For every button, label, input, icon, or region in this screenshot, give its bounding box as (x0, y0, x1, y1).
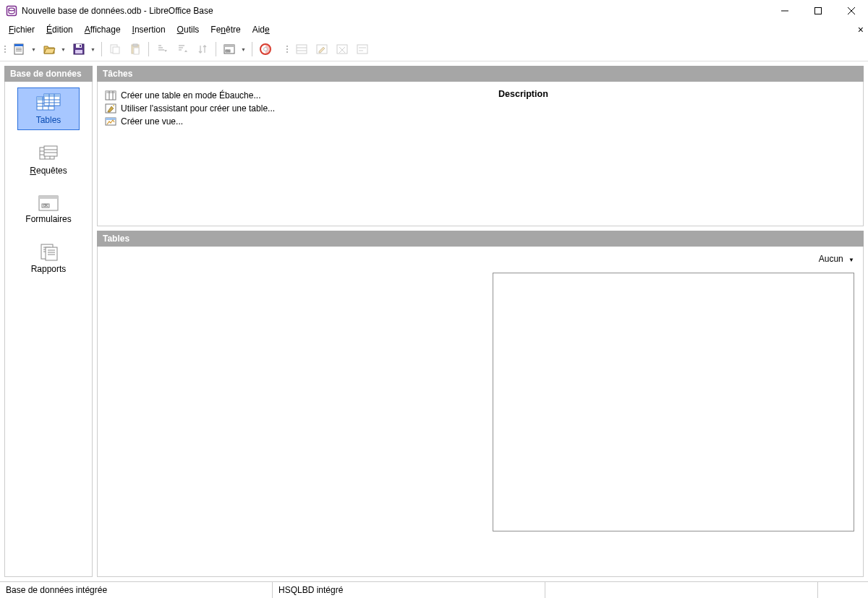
toolbar-grip-icon (4, 42, 7, 56)
task-label: Créer une table en mode Ébauche... (121, 90, 260, 101)
dropdown-arrow-icon: ▼ (31, 47, 36, 52)
svg-point-73 (113, 105, 114, 106)
dropdown-arrow-icon: ▼ (61, 47, 66, 52)
svg-rect-26 (297, 45, 307, 54)
menu-help[interactable]: Aide (247, 23, 276, 36)
svg-rect-3 (815, 8, 822, 14)
sidebar-item-forms[interactable]: OK Formulaires (18, 190, 79, 228)
svg-text:OK: OK (43, 204, 48, 208)
menu-bar: FichierÉditionAffichageInsertionOutilsFe… (0, 22, 868, 38)
queries-icon (37, 145, 60, 163)
svg-rect-7 (14, 44, 23, 46)
svg-rect-64 (46, 247, 57, 260)
menu-edit[interactable]: Édition (41, 23, 79, 36)
svg-rect-33 (357, 45, 367, 54)
task-create-table-wizard[interactable]: Utiliser l'assistant pour créer une tabl… (105, 102, 481, 115)
svg-rect-9 (16, 49, 22, 50)
svg-rect-14 (75, 50, 82, 54)
sidebar-item-tables[interactable]: Tables (17, 87, 80, 130)
view-icon (105, 116, 116, 127)
description-header: Description (498, 89, 853, 99)
svg-text:OK: OK (226, 49, 230, 53)
sidebar-item-label: Tables (36, 115, 61, 125)
status-bar: Base de données intégrée HSQLBD intégré (0, 581, 868, 598)
app-icon (6, 5, 17, 17)
rename-button[interactable] (353, 40, 372, 59)
svg-rect-21 (224, 45, 234, 47)
sidebar-item-reports[interactable]: Rapports (18, 239, 79, 278)
edit-button[interactable] (312, 40, 331, 59)
svg-rect-57 (39, 196, 58, 199)
status-empty (545, 582, 818, 598)
paste-button[interactable] (126, 40, 145, 59)
dropdown-arrow-icon: ▼ (848, 257, 854, 263)
dropdown-arrow-icon: ▼ (90, 47, 95, 52)
tables-panel: Tables Aucun ▼ (97, 231, 864, 577)
preview-area (493, 273, 854, 531)
task-label: Utiliser l'assistant pour créer une tabl… (121, 103, 275, 114)
sidebar-header: Base de données (4, 66, 93, 82)
svg-rect-35 (359, 50, 363, 51)
svg-rect-34 (359, 47, 366, 48)
menu-insert[interactable]: Insertion (127, 23, 171, 36)
task-label: Créer une vue... (121, 116, 183, 127)
new-table-button[interactable] (292, 40, 311, 59)
wizard-icon (105, 103, 116, 114)
svg-rect-30 (337, 45, 347, 54)
open-button[interactable]: ▼ (40, 40, 68, 59)
new-button[interactable]: ▼ (10, 40, 38, 59)
svg-rect-16 (113, 47, 119, 54)
tasks-header: Tâches (97, 66, 864, 82)
sidebar-item-label: Formulaires (25, 214, 71, 224)
menu-file[interactable]: Fichier (3, 23, 41, 36)
table-design-icon (105, 90, 116, 101)
sidebar-item-label: Requêtes (30, 166, 67, 176)
svg-rect-13 (80, 45, 81, 47)
delete-button[interactable] (333, 40, 352, 59)
window-close-button[interactable] (835, 0, 868, 22)
toolbar-grip-icon (286, 42, 289, 56)
sort-asc-button[interactable] (153, 40, 171, 59)
svg-point-25 (264, 48, 268, 51)
reports-icon (38, 243, 59, 262)
tasks-panel: Tâches Créer une table en mode Ébauche..… (97, 66, 864, 226)
toolbar: ▼ ▼ ▼ OK ▼ (0, 38, 868, 61)
help-button[interactable] (256, 40, 275, 59)
menu-tools[interactable]: Outils (171, 23, 205, 36)
svg-rect-69 (106, 91, 116, 93)
svg-rect-10 (16, 51, 22, 51)
document-close-button[interactable]: × (858, 25, 864, 35)
sort-button[interactable] (193, 40, 212, 59)
window-title: Nouvelle base de données.odb - LibreOffi… (22, 6, 213, 16)
svg-rect-19 (134, 48, 139, 54)
save-button[interactable]: ▼ (69, 40, 98, 59)
title-bar: Nouvelle base de données.odb - LibreOffi… (0, 0, 868, 22)
dropdown-arrow-icon: ▼ (241, 47, 246, 52)
tables-list[interactable] (98, 247, 484, 576)
svg-rect-53 (44, 146, 57, 156)
sort-desc-button[interactable] (173, 40, 192, 59)
svg-rect-43 (44, 94, 60, 97)
svg-rect-18 (133, 44, 137, 46)
tables-icon (35, 93, 61, 113)
svg-rect-8 (16, 48, 22, 48)
menu-view[interactable]: Affichage (79, 23, 127, 36)
sidebar-item-label: Rapports (31, 264, 67, 274)
preview-mode-label: Aucun (819, 254, 843, 264)
forms-icon: OK (38, 195, 59, 212)
tables-header: Tables (97, 231, 864, 247)
window-minimize-button[interactable] (768, 0, 801, 22)
status-db-type: Base de données intégrée (0, 582, 273, 598)
task-create-table-design[interactable]: Créer une table en mode Ébauche... (105, 89, 481, 102)
database-sidebar: Base de données Tables (4, 66, 93, 577)
copy-button[interactable] (106, 40, 124, 59)
status-engine: HSQLBD intégré (273, 582, 545, 598)
svg-rect-75 (106, 118, 116, 120)
form-button[interactable]: OK ▼ (220, 40, 248, 59)
task-create-view[interactable]: Créer une vue... (105, 115, 481, 128)
sidebar-item-queries[interactable]: Requêtes (18, 140, 79, 180)
menu-window[interactable]: Fenêtre (205, 23, 246, 36)
preview-mode-dropdown[interactable]: Aucun ▼ (819, 254, 854, 264)
window-maximize-button[interactable] (801, 0, 835, 22)
